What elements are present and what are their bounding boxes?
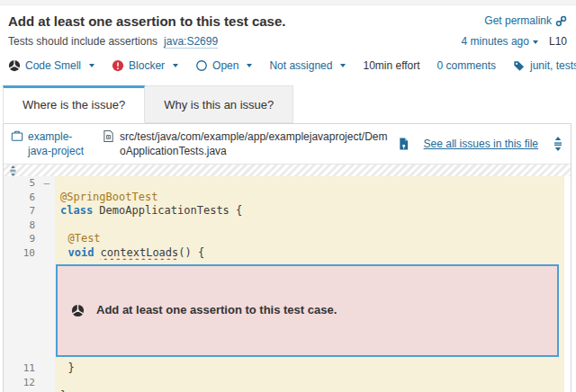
code-text: void contextLoads() { bbox=[55, 246, 204, 259]
assignee-dropdown[interactable]: Not assigned bbox=[269, 59, 346, 72]
open-status-icon bbox=[195, 59, 208, 72]
code-row: 9 @Test bbox=[4, 232, 564, 246]
code-text bbox=[55, 376, 60, 388]
chevron-down-icon bbox=[340, 64, 346, 67]
test-file-icon bbox=[103, 129, 114, 158]
line-number[interactable]: 11 bbox=[4, 361, 55, 376]
blocker-icon bbox=[112, 59, 124, 72]
tab-why-is-this-an-issue[interactable]: Why is this an issue? bbox=[145, 85, 293, 123]
issue-message-box[interactable]: Add at least one assertion to this test … bbox=[56, 264, 559, 357]
code-row: 12 bbox=[4, 376, 564, 390]
rule-summary: Tests should include assertionsjava:S269… bbox=[8, 35, 218, 48]
issue-cell: Add at least one assertion to this test … bbox=[55, 260, 564, 361]
severity-label: Blocker bbox=[129, 59, 165, 72]
issue-title: Add at least one assertion to this test … bbox=[8, 13, 285, 29]
pin-file-button[interactable] bbox=[398, 137, 410, 151]
issue-message: Add at least one assertion to this test … bbox=[96, 303, 337, 318]
severity-dropdown[interactable]: Blocker bbox=[112, 59, 178, 72]
code-snippet-panel: example-java-project src/test/java/com/e… bbox=[3, 123, 572, 392]
line-number[interactable]: 5– bbox=[4, 176, 55, 191]
chevron-down-icon bbox=[89, 64, 94, 67]
code-row: 10 void contextLoads() { bbox=[4, 246, 564, 261]
line-number[interactable] bbox=[4, 260, 55, 361]
code-text: @Test bbox=[55, 232, 101, 245]
code-row: 11 } bbox=[4, 361, 564, 376]
tab-where-is-the-issue[interactable]: Where is the issue? bbox=[3, 85, 145, 123]
issue-tabs: Where is the issue? Why is this an issue… bbox=[3, 85, 576, 123]
code-line bbox=[55, 176, 564, 191]
code-text: class DemoApplicationTests { bbox=[55, 204, 242, 217]
permalink-label: Get permalink bbox=[484, 14, 552, 27]
project-link[interactable]: example-java-project bbox=[11, 129, 94, 158]
code-text: @SpringBootTest bbox=[55, 191, 158, 203]
issue-line-ref: L10 bbox=[549, 35, 567, 48]
fold-indicator: – bbox=[43, 176, 50, 191]
code-line: @SpringBootTest bbox=[55, 191, 564, 205]
line-number[interactable]: 7 bbox=[4, 204, 55, 218]
issue-toolbar: Code Smell Blocker Open Not assigned 10m… bbox=[0, 48, 576, 72]
issue-meta: 4 minutes ago L10 bbox=[462, 35, 567, 48]
tag-icon bbox=[513, 59, 526, 72]
line-number[interactable]: 6 bbox=[4, 191, 55, 205]
code-smell-icon bbox=[8, 59, 21, 72]
file-path: src/test/java/com/example/app/examplejav… bbox=[103, 129, 389, 158]
line-number[interactable]: 10 bbox=[4, 246, 55, 261]
issue-subheader: Tests should include assertionsjava:S269… bbox=[0, 29, 576, 48]
expand-lines-icon bbox=[9, 165, 17, 176]
project-name: example-java-project bbox=[28, 129, 94, 158]
file-header: example-java-project src/test/java/com/e… bbox=[4, 124, 571, 165]
tags-dropdown[interactable]: junit, tests bbox=[513, 59, 576, 72]
line-number[interactable]: 12 bbox=[4, 376, 55, 390]
code-row: 5– bbox=[4, 176, 564, 191]
chevron-down-icon bbox=[173, 64, 178, 67]
get-permalink-link[interactable]: Get permalink bbox=[484, 14, 567, 27]
expand-block-above[interactable] bbox=[4, 165, 571, 176]
code-line: void contextLoads() { bbox=[55, 246, 564, 261]
line-number[interactable]: 8 bbox=[4, 218, 55, 233]
chevron-down-icon bbox=[533, 40, 538, 44]
code-line bbox=[55, 376, 564, 390]
file-path-text: src/test/java/com/example/app/examplejav… bbox=[120, 129, 389, 158]
code-row: 6@SpringBootTest bbox=[4, 191, 564, 205]
expand-lines-icon[interactable] bbox=[553, 137, 563, 151]
code-line: @Test bbox=[55, 232, 564, 246]
code-text bbox=[55, 176, 60, 189]
issue-type-dropdown[interactable]: Code Smell bbox=[8, 59, 94, 72]
status-dropdown[interactable]: Open bbox=[195, 59, 252, 72]
status-label: Open bbox=[212, 59, 238, 72]
code-row: 8 bbox=[4, 218, 564, 233]
issue-age-dropdown[interactable]: 4 minutes ago bbox=[462, 35, 538, 48]
see-all-issues-link[interactable]: See all issues in this file bbox=[424, 138, 538, 150]
code-smell-icon bbox=[71, 276, 85, 345]
issue-header: Add at least one assertion to this test … bbox=[0, 5, 576, 29]
effort-text: 10min effort bbox=[363, 59, 419, 72]
line-number[interactable]: 9 bbox=[4, 232, 55, 246]
code-text bbox=[55, 218, 60, 231]
chevron-down-icon bbox=[247, 64, 252, 67]
code-line: } bbox=[55, 361, 564, 376]
comments-link[interactable]: 0 comments bbox=[437, 59, 496, 72]
permalink-icon bbox=[555, 15, 567, 27]
tags-label: junit, tests bbox=[530, 59, 576, 72]
code-text: } bbox=[55, 361, 75, 374]
code-row: Add at least one assertion to this test … bbox=[4, 260, 564, 361]
issue-type-label: Code Smell bbox=[25, 59, 81, 72]
rule-key-link[interactable]: java:S2699 bbox=[164, 35, 218, 49]
code-lines: 5–6@SpringBootTest7class DemoApplication… bbox=[4, 176, 564, 392]
code-row: 7class DemoApplicationTests { bbox=[4, 204, 564, 218]
code-line bbox=[55, 218, 564, 233]
code-line: class DemoApplicationTests { bbox=[55, 204, 564, 218]
project-icon bbox=[11, 129, 23, 158]
assignee-label: Not assigned bbox=[269, 59, 332, 72]
rule-description: Tests should include assertions bbox=[8, 35, 158, 48]
